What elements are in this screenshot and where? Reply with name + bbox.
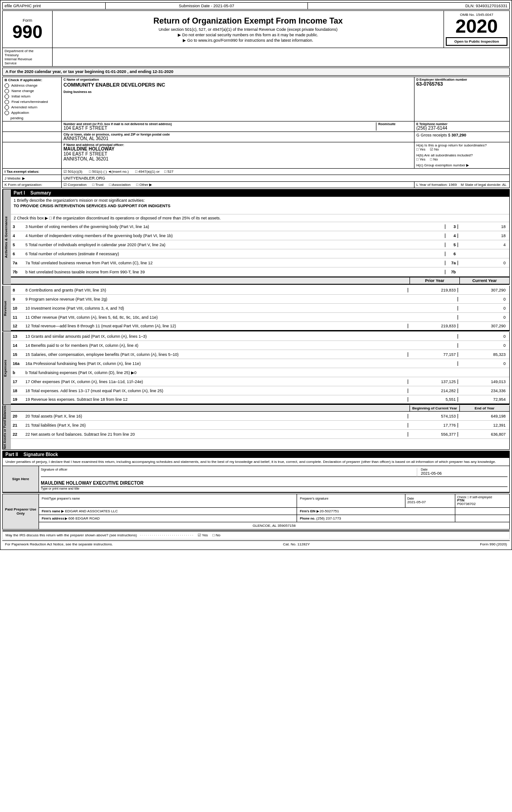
line8-desc: 8 Contributions and grants (Part VIII, l… bbox=[25, 288, 408, 292]
gross-label: G Gross receipts $ 307,290 bbox=[416, 133, 507, 137]
city-value: ANNISTON, AL 36201 bbox=[63, 136, 412, 141]
website-label-cell: J Website: ▶ bbox=[3, 175, 62, 182]
net-assets-body: Beginning of Current Year End of Year 20… bbox=[11, 405, 509, 449]
trust-cb: □ Trust bbox=[92, 183, 103, 187]
form-label-footer: Form 990 (2020) bbox=[480, 542, 507, 546]
line11-desc: 11 Other revenue (Part VIII, column (A),… bbox=[25, 315, 408, 320]
h-questions-col: H(a) Is this a group return for subordin… bbox=[414, 142, 510, 169]
firm-ein-row: Firm's EIN ▶ 20-5027751 bbox=[297, 507, 455, 515]
hb-label: H(b) Are all subordinates included? bbox=[416, 153, 473, 157]
perjury-text: Under penalties of perjury, I declare th… bbox=[3, 458, 509, 466]
line9-current: 0 bbox=[458, 297, 507, 301]
line22-num: 22 bbox=[13, 432, 25, 437]
line18-desc: 18 Total expenses. Add lines 13–17 (must… bbox=[25, 389, 408, 393]
year-formed-label: L Year of formation: bbox=[416, 183, 448, 187]
part1-container: Activities & Governance Part I Summary 1… bbox=[2, 189, 510, 285]
calendar-year-row: A For the 2020 calendar year, or tax yea… bbox=[2, 68, 510, 76]
line7b-num: 7b bbox=[13, 270, 25, 274]
line6-row: 6 6 Total number of volunteers (estimate… bbox=[11, 249, 509, 258]
date-value: 2021-05-06 bbox=[421, 471, 507, 476]
expenses-section: Expenses 13 13 Grants and similar amount… bbox=[2, 332, 510, 405]
tax-527: □ 527 bbox=[164, 170, 173, 174]
association-cb: □ Association bbox=[109, 183, 131, 187]
balance-headers: Beginning of Current Year End of Year bbox=[11, 405, 509, 412]
line1-value: TO PROVIDE CRISIS INTERVENTION SERVICES … bbox=[14, 204, 507, 208]
form-subtitle2: ▶ Do not enter social security numbers o… bbox=[56, 33, 440, 37]
dba-label: Doing business as bbox=[63, 90, 412, 93]
line4-value: 18 bbox=[458, 233, 507, 238]
line15-desc: 15 Salaries, other compensation, employe… bbox=[25, 352, 408, 357]
paid-preparer-label: Paid Preparer Use Only bbox=[3, 494, 39, 529]
line17-prior: 137,125 bbox=[408, 379, 458, 384]
firm-ein-right bbox=[455, 507, 510, 515]
org-name: COMMUNITY ENABLER DEVELOPERS INC bbox=[63, 82, 412, 88]
line14-row: 14 14 Benefits paid to or for members (P… bbox=[11, 341, 509, 350]
line16a-desc: 16a Professional fundraising fees (Part … bbox=[25, 361, 408, 366]
submission-date: Submission Date - 2021-05-07 bbox=[106, 3, 307, 9]
phone-right bbox=[455, 515, 510, 522]
firm-address-value: 606 EDGAR ROAD bbox=[68, 516, 100, 520]
tax-status-row: ☑ 501(c)(3) □ 501(c) ( ) ◄(insert no.) □… bbox=[62, 169, 510, 175]
revenue-body: 8 8 Contributions and grants (Part VIII,… bbox=[11, 286, 509, 331]
amended-return-label: Amended return bbox=[11, 105, 37, 109]
line5-value: 4 bbox=[458, 243, 507, 247]
officer-name: MAULDINE HOLLOWAY EXECUTIVE DIRECTOR bbox=[41, 481, 507, 487]
org-info-table: B Check if applicable: Address change Na… bbox=[2, 77, 510, 188]
expenses-body: 13 13 Grants and similar amounts paid (P… bbox=[11, 332, 509, 404]
line7a-row: 7a 7a Total unrelated business revenue f… bbox=[11, 258, 509, 267]
address-col: Number and street (or P.O. box if mail i… bbox=[62, 122, 414, 132]
line3-box: 3 bbox=[445, 224, 458, 229]
line7b-box: 7b bbox=[445, 270, 458, 274]
line12-prior: 219,833 bbox=[408, 324, 458, 328]
dept-instructions bbox=[53, 48, 510, 67]
line2-label: 2 Check this box ▶ □ if the organization… bbox=[14, 216, 221, 220]
firm-address-label: Firm's address ▶ bbox=[42, 517, 67, 520]
current-year-header: Current Year bbox=[459, 277, 509, 284]
line4-desc: 4 Number of independent voting members o… bbox=[25, 233, 395, 238]
line7a-desc: 7a Total unrelated business revenue from… bbox=[25, 261, 395, 265]
line10-row: 10 10 Investment income (Part VIII, colu… bbox=[11, 304, 509, 313]
preparer-sig-col: Preparer's signature bbox=[297, 494, 405, 507]
phone-col: E Telephone number (256) 237-6144 bbox=[414, 122, 510, 132]
name-change-label: Name change bbox=[11, 89, 34, 93]
year-formed-value: 1969 bbox=[449, 183, 457, 187]
line19-row: 19 19 Revenue less expenses. Subtract li… bbox=[11, 395, 509, 404]
firm-ein-label: Firm's EIN ▶ bbox=[300, 510, 318, 513]
calendar-year-text: A For the 2020 calendar year, or tax yea… bbox=[5, 69, 173, 74]
sign-here-label: Sign Here bbox=[3, 466, 39, 492]
line19-desc: 19 Revenue less expenses. Subtract line … bbox=[25, 397, 408, 402]
line7a-value: 0 bbox=[458, 261, 507, 265]
empty-cell1 bbox=[3, 122, 62, 132]
part2-subtitle: Signature Block bbox=[24, 452, 58, 457]
line5-desc: 5 Total number of individuals employed i… bbox=[25, 243, 395, 247]
line9-desc: 9 Program service revenue (Part VIII, li… bbox=[25, 297, 408, 301]
line21-row: 21 21 Total liabilities (Part X, line 26… bbox=[11, 421, 509, 430]
ptin-label: PTIN bbox=[457, 499, 507, 502]
preparer-table: Paid Preparer Use Only Print/Type prepar… bbox=[2, 494, 510, 530]
beginning-year-header: Beginning of Current Year bbox=[410, 405, 459, 411]
footer-no: □ No bbox=[213, 533, 220, 537]
line12-desc: 12 Total revenue—add lines 8 through 11 … bbox=[25, 324, 408, 328]
line10-current: 0 bbox=[458, 306, 507, 311]
city-col: City or town, state or province, country… bbox=[62, 132, 414, 142]
line12-num: 12 bbox=[13, 324, 25, 328]
line1-row: 1 Briefly describe the organization's mi… bbox=[11, 197, 509, 214]
empty-cell3 bbox=[3, 142, 62, 169]
principal-address: 104 EAST F STREET bbox=[63, 151, 412, 156]
d-label: D Employer identification number bbox=[416, 78, 507, 81]
firm-city-value: GLENCOE, AL 359057158 bbox=[253, 524, 296, 528]
title-type-label: Type or print name and title bbox=[41, 487, 507, 490]
c-label: C Name of organization bbox=[63, 78, 412, 81]
omb-box: OMB No. 1545-0047 2020 Open to Public In… bbox=[444, 11, 510, 48]
paperwork-text: For Paperwork Reduction Act Notice, see … bbox=[5, 542, 113, 546]
state-value: AL bbox=[502, 183, 507, 187]
gross-value: 307,290 bbox=[452, 133, 467, 137]
line7a-num: 7a bbox=[13, 261, 25, 265]
line9-num: 9 bbox=[13, 297, 25, 301]
bottom-footer: For Paperwork Reduction Act Notice, see … bbox=[2, 540, 510, 548]
line6-num: 6 bbox=[13, 252, 25, 256]
part2-container: Part II Signature Block Under penalties … bbox=[2, 451, 510, 493]
line22-row: 22 22 Net assets or fund balances. Subtr… bbox=[11, 430, 509, 439]
efile-label: efile GRAPHIC print bbox=[3, 3, 106, 9]
hc-label: H(c) Group exemption number ▶ bbox=[416, 163, 469, 167]
